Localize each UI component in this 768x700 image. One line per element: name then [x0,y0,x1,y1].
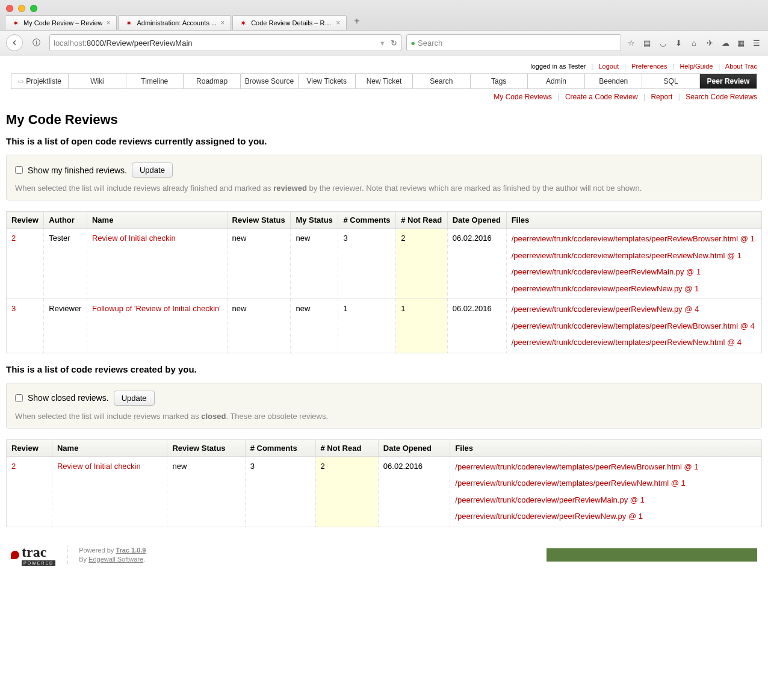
th-date[interactable]: Date Opened [447,212,506,229]
tab-close-icon[interactable]: × [106,19,110,27]
nav-sql[interactable]: SQL [642,74,699,88]
th-review[interactable]: Review [7,212,44,229]
file-link[interactable]: /peerreview/trunk/codereview/templates/p… [512,338,742,347]
meta-link-about[interactable]: About Trac [725,63,757,70]
th-name[interactable]: Name [87,212,227,229]
ctx-report[interactable]: Report [651,93,672,101]
nav-projektliste[interactable]: ⇨Projektliste [11,74,69,88]
back-button[interactable] [6,34,23,51]
ctx-search-reviews[interactable]: Search Code Reviews [686,93,757,101]
nav-tags[interactable]: Tags [471,74,528,88]
footer-bar [547,548,757,562]
browser-tab-0[interactable]: ✶ My Code Review – Review × [5,15,117,30]
apps-icon[interactable]: ▦ [735,39,746,48]
nav-tickets[interactable]: View Tickets [299,74,356,88]
review-name-link[interactable]: Review of Initial checkin [92,234,176,243]
nav-peerreview[interactable]: Peer Review [700,74,757,88]
pocket-icon[interactable]: ◡ [657,39,668,48]
window-minimize[interactable] [18,5,25,12]
browser-search-bar[interactable]: ● Search [406,34,621,51]
td-name: Followup of 'Review of Initial checkin' [87,299,227,353]
th-comments[interactable]: # Comments [338,212,396,229]
file-link[interactable]: /peerreview/trunk/codereview/peerReviewM… [455,495,645,504]
th2-date[interactable]: Date Opened [378,439,450,456]
dropdown-icon[interactable]: ▾ [380,39,385,48]
nav-wiki[interactable]: Wiki [69,74,126,88]
table-row: 2Review of Initial checkinnew3206.02.201… [7,456,762,527]
th-files[interactable]: Files [506,212,761,229]
nav-beenden[interactable]: Beenden [585,74,642,88]
trac-version-link[interactable]: Trac 1.0.9 [116,547,146,554]
file-link[interactable]: /peerreview/trunk/codereview/peerReviewM… [512,267,701,276]
browser-tab-2[interactable]: ✶ Code Review Details – Rev... × [232,15,347,30]
update-button-2[interactable]: Update [114,391,155,406]
file-link[interactable]: /peerreview/trunk/codereview/templates/p… [455,479,685,488]
filter-box-created: Show closed reviews. Update When selecte… [6,383,762,429]
file-link[interactable]: /peerreview/trunk/codereview/peerReviewN… [455,512,643,521]
meta-link-logout[interactable]: Logout [598,63,619,70]
edgewall-link[interactable]: Edgewall Software [88,556,143,563]
td-author: Tester [44,229,87,299]
td-review: 3 [7,299,44,353]
nav-browse[interactable]: Browse Source [241,74,298,88]
new-tab-button[interactable]: + [348,12,365,30]
menu-icon[interactable]: ☰ [751,39,762,48]
review-link[interactable]: 2 [11,462,16,471]
th-author[interactable]: Author [44,212,87,229]
file-link[interactable]: /peerreview/trunk/codereview/templates/p… [512,321,755,330]
nav-newticket[interactable]: New Ticket [356,74,413,88]
ctx-create-review[interactable]: Create a Code Review [565,93,638,101]
nav-admin[interactable]: Admin [528,74,585,88]
review-name-link[interactable]: Followup of 'Review of Initial checkin' [92,304,221,313]
th2-notread[interactable]: # Not Read [315,439,378,456]
meta-link-help[interactable]: Help/Guide [680,63,713,70]
td-comments: 3 [338,229,396,299]
show-closed-label: Show closed reviews. [28,393,109,403]
file-link[interactable]: /peerreview/trunk/codereview/templates/p… [512,251,742,260]
file-link[interactable]: /peerreview/trunk/codereview/templates/p… [512,234,755,243]
review-name-link[interactable]: Review of Initial checkin [57,462,141,471]
file-link[interactable]: /peerreview/trunk/codereview/templates/p… [455,462,698,471]
reload-icon[interactable]: ↻ [391,39,397,48]
nav-timeline[interactable]: Timeline [126,74,184,88]
footer: trac POWERED Powered by Trac 1.0.9 By Ed… [6,538,762,572]
update-button-1[interactable]: Update [132,163,173,178]
review-link[interactable]: 3 [11,304,16,313]
th2-comments[interactable]: # Comments [245,439,315,456]
toolbar-icons: ☆ ▤ ◡ ⬇ ⌂ ✈ ☁ ▦ ☰ [626,39,762,48]
star-icon[interactable]: ☆ [626,39,637,48]
window-maximize[interactable] [30,5,37,12]
nav-roadmap[interactable]: Roadmap [184,74,241,88]
meta-link-preferences[interactable]: Preferences [631,63,667,70]
trac-logo[interactable]: trac POWERED [11,544,55,566]
td-rstatus: new [227,299,291,353]
th-notread[interactable]: # Not Read [396,212,448,229]
url-text: localhost:8000/Review/peerReviewMain [54,39,378,48]
browser-tab-1[interactable]: ✶ Administration: Accounts ... × [118,15,231,30]
chat-icon[interactable]: ☁ [720,39,731,48]
tab-close-icon[interactable]: × [220,19,225,27]
ctx-my-reviews[interactable]: My Code Reviews [494,93,552,101]
window-close[interactable] [6,5,13,12]
home-icon[interactable]: ⌂ [689,39,699,48]
th2-rstatus[interactable]: Review Status [167,439,245,456]
show-closed-checkbox[interactable] [15,394,23,402]
review-link[interactable]: 2 [11,234,16,243]
file-link[interactable]: /peerreview/trunk/codereview/peerReviewN… [512,305,699,314]
clipboard-icon[interactable]: ▤ [642,39,652,48]
table-row: 2TesterReview of Initial checkinnewnew32… [7,229,762,299]
url-bar[interactable]: localhost:8000/Review/peerReviewMain ▾ ↻ [49,34,401,51]
info-icon[interactable]: ⓘ [28,34,45,51]
th2-review[interactable]: Review [7,439,52,456]
th2-name[interactable]: Name [52,439,167,456]
th-mystatus[interactable]: My Status [291,212,338,229]
tab-close-icon[interactable]: × [336,19,340,27]
file-link[interactable]: /peerreview/trunk/codereview/peerReviewN… [512,284,699,293]
send-icon[interactable]: ✈ [704,39,715,48]
download-icon[interactable]: ⬇ [673,39,684,48]
th-rstatus[interactable]: Review Status [227,212,291,229]
td-author: Reviewer [44,299,87,353]
nav-search[interactable]: Search [413,74,470,88]
show-finished-checkbox[interactable] [15,166,23,174]
th2-files[interactable]: Files [450,439,762,456]
